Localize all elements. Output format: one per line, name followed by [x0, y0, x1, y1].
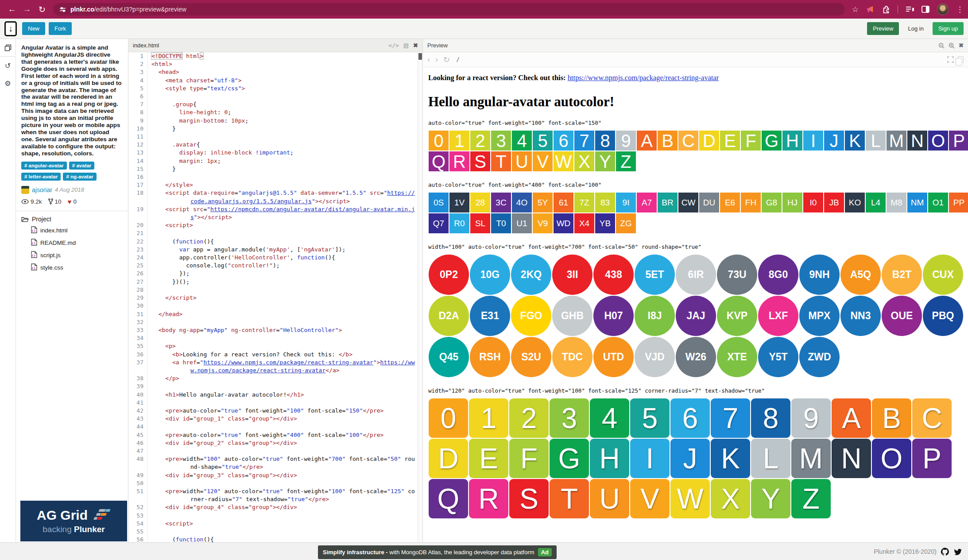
avatar-tile: NN3 — [840, 296, 881, 336]
url-bar[interactable]: plnkr.co/edit/bhnvU3?p=preview&preview — [53, 3, 845, 15]
browser-reload-icon[interactable]: ↻ — [35, 4, 50, 15]
avatar-tile: V — [533, 151, 553, 171]
expand-preview-icon[interactable] — [947, 56, 954, 63]
megaphone-icon[interactable] — [866, 6, 875, 13]
code-line: 43 <div id="group_1" class="group"></div… — [128, 415, 422, 423]
avatar-tile: TDC — [552, 337, 592, 377]
zoom-in-icon[interactable] — [949, 42, 955, 49]
editor-scrollbar-thumb[interactable] — [418, 53, 422, 60]
avatar-tile: L — [866, 131, 886, 151]
avatar-tile: PP — [949, 193, 968, 212]
plunk-description: Angular Avatar is a simple and lightweig… — [21, 44, 123, 157]
chrome-menu-kebab-icon[interactable]: ⋮ — [956, 5, 964, 14]
file-item[interactable]: index.html — [31, 226, 123, 235]
avatar-tile: R — [469, 479, 508, 518]
avatar-tile: L4 — [866, 193, 886, 212]
avatar-tile: 2KQ — [511, 255, 551, 295]
copy-preview-url-icon[interactable] — [958, 56, 964, 63]
side-panel-icon[interactable] — [922, 6, 929, 13]
extensions-icon[interactable] — [882, 5, 890, 13]
folder-open-icon — [21, 216, 29, 222]
avatar-tile: O1 — [928, 193, 948, 212]
file-item[interactable]: script.js — [31, 251, 123, 259]
close-preview-icon[interactable]: ✖ — [959, 42, 964, 49]
avatar-tile: ZG — [616, 213, 636, 233]
login-link[interactable]: Log in — [908, 25, 923, 32]
signup-button[interactable]: Sign up — [933, 22, 964, 35]
browser-back-icon[interactable]: ← — [4, 4, 19, 14]
editor-tab-filename[interactable]: index.html — [133, 42, 159, 49]
fork-button[interactable]: Fork — [49, 22, 72, 35]
author-link[interactable]: ajsoriar — [32, 186, 52, 193]
preview-content: Looking for a react version? Check out t… — [423, 67, 968, 542]
project-label: Project — [32, 216, 51, 223]
preview-path-input[interactable]: / — [457, 56, 943, 63]
tag-badge[interactable]: # avatar — [69, 162, 94, 170]
preview-button[interactable]: Preview — [867, 22, 899, 35]
rail-files-button[interactable] — [0, 39, 16, 57]
code-line: 31 </head> — [128, 310, 422, 318]
tag-badge[interactable]: # angular-avatar — [21, 162, 67, 170]
code-line: 19 <script src="https://npmcdn.com/angul… — [128, 205, 422, 221]
ag-grid-title: AG Grid — [37, 508, 88, 523]
zoom-out-icon[interactable] — [938, 42, 945, 49]
avatar-tile: XTE — [717, 337, 757, 377]
avatar-tile: 4 — [512, 131, 532, 151]
avatar-tile: D — [699, 131, 719, 151]
tag-badge[interactable]: # letter-avatar — [21, 173, 61, 181]
code-line: 46 <div id="group_2" class="group"></div… — [128, 439, 422, 447]
avatar-tile: 7Z — [574, 193, 594, 212]
browser-forward-icon[interactable]: → — [19, 4, 35, 14]
code-line: 6 — [128, 93, 422, 100]
avatar-tile: 5ET — [635, 255, 675, 295]
url-text[interactable]: plnkr.co/edit/bhnvU3?p=preview&preview — [70, 6, 186, 13]
code-line: 47 — [128, 447, 422, 455]
site-settings-icon[interactable] — [59, 6, 66, 13]
profile-avatar[interactable] — [937, 4, 949, 15]
file-item[interactable]: README.md — [31, 239, 123, 247]
avatar-tile: G8 — [762, 193, 782, 212]
preview-back-icon[interactable]: ‹ — [427, 55, 430, 64]
rail-settings-button[interactable]: ⚙ — [0, 74, 16, 92]
preview-forward-icon[interactable]: › — [435, 55, 438, 64]
code-line: 14 margin: 1px; — [128, 157, 422, 165]
mongodb-ad[interactable]: Simplify infrastructure - with MongoDB A… — [318, 545, 557, 559]
code-line: 22 (function(){ — [128, 238, 422, 246]
code-line: 4 <meta charset="utf-8"> — [128, 77, 422, 85]
avatar-tile: H — [782, 131, 802, 151]
github-icon[interactable] — [941, 548, 949, 556]
bookmark-star-icon[interactable]: ☆ — [852, 5, 859, 14]
preview-heading: Hello angular-avatar autocolor! — [428, 94, 968, 110]
ad-bold-text: Simplify infrastructure - — [323, 549, 389, 556]
eye-icon — [21, 199, 29, 204]
twitter-icon[interactable] — [953, 548, 962, 555]
views-count: 9.2k — [31, 198, 42, 205]
code-beautify-icon[interactable]: </> — [388, 42, 399, 49]
docs-book-icon[interactable]: ▤ — [403, 42, 409, 49]
rail-history-button[interactable]: ↺ — [0, 57, 16, 74]
ag-grid-ad[interactable]: AG Grid backing Plunker — [20, 501, 127, 541]
intro-link[interactable]: https://www.npmjs.com/package/react-stri… — [568, 73, 719, 82]
browser-chrome: ← → ↻ plnkr.co/edit/bhnvU3?p=preview&pre… — [0, 0, 968, 19]
code-editor[interactable]: 1<!DOCTYPE html>2<html>3 <head>4 <meta c… — [128, 52, 422, 542]
avatar-tile: Y — [751, 479, 790, 518]
avatar-tile: 3C — [491, 193, 511, 212]
code-line: 42 <pre>auto-color="true" font-weight="1… — [128, 407, 422, 415]
tag-badge[interactable]: # ng-avatar — [63, 173, 96, 181]
project-tree-root[interactable]: Project — [21, 216, 123, 223]
editor-scrollbar[interactable] — [418, 52, 422, 542]
avatar-tile: X4 — [574, 213, 594, 233]
avatar-tile: 0 — [429, 398, 468, 438]
avatar-tile: E6 — [720, 193, 740, 212]
plunker-logo[interactable]: ↓ — [4, 21, 17, 36]
avatar-tile: Z — [791, 479, 831, 518]
avatar-tile: 6 — [670, 398, 710, 438]
file-item[interactable]: style.css — [31, 263, 123, 272]
close-file-icon[interactable]: ✖ — [413, 42, 418, 49]
new-button[interactable]: New — [22, 22, 45, 35]
avatar-tile: U — [590, 479, 629, 518]
avatar-tile: Q7 — [429, 213, 449, 233]
preview-refresh-icon[interactable]: ↻ — [443, 55, 450, 65]
reading-list-icon[interactable] — [906, 6, 914, 13]
avatar-tile: B2T — [882, 255, 922, 295]
